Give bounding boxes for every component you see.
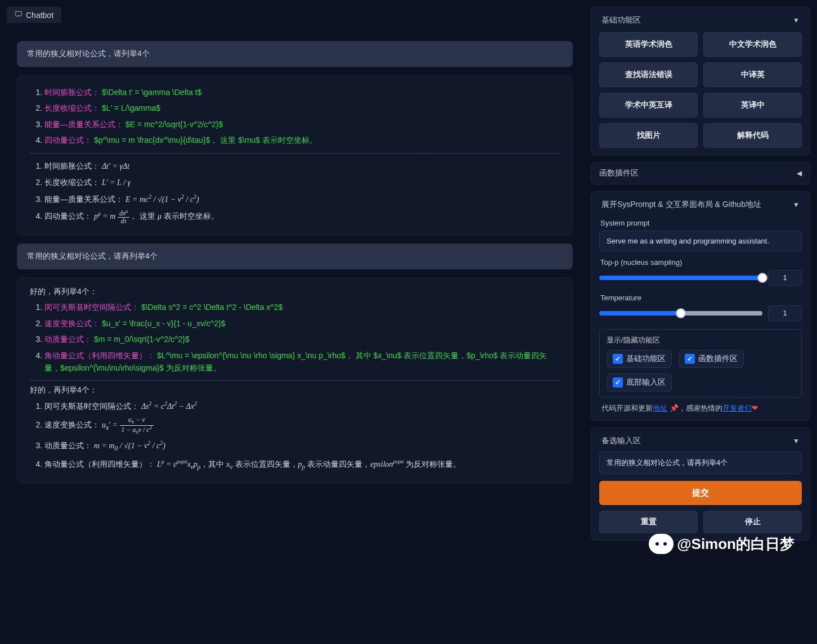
list-item: 长度收缩公式： L' = L / γ bbox=[44, 174, 560, 191]
checkbox-label: 基础功能区 bbox=[626, 354, 666, 364]
panel-title: 函数插件区 bbox=[599, 168, 639, 178]
chat-body: 常用的狭义相对论公式，请列举4个 时间膨胀公式： $\Delta t' = \g… bbox=[7, 23, 583, 637]
bot-message: 时间膨胀公式： $\Delta t' = \gamma \Delta t$ 长度… bbox=[17, 75, 573, 236]
devs-link[interactable]: 开发者们 bbox=[722, 404, 752, 412]
tab-bar: Chatbot bbox=[7, 7, 583, 23]
func-btn-zh-en[interactable]: 中译英 bbox=[703, 62, 802, 87]
checkbox-icon bbox=[613, 377, 623, 388]
list-item: 能量—质量关系公式： E = mc2 / √(1 − v2 / c2) bbox=[44, 191, 560, 208]
plugins-panel-header[interactable]: 函数插件区 ◀ bbox=[591, 163, 810, 184]
chevron-down-icon: ▼ bbox=[793, 201, 800, 209]
alt-input[interactable]: 常用的狭义相对论公式，请再列举4个 bbox=[599, 452, 802, 474]
user-message: 常用的狭义相对论公式，请列举4个 bbox=[17, 41, 573, 67]
toggle-label: 显示/隐藏功能区 bbox=[607, 335, 794, 345]
repo-link[interactable]: 地址 bbox=[653, 404, 667, 412]
svg-rect-0 bbox=[16, 11, 22, 16]
temp-value[interactable]: 1 bbox=[768, 305, 802, 321]
bot-rendered-list: 时间膨胀公式： Δt' = γΔt 长度收缩公式： L' = L / γ 能量—… bbox=[30, 158, 560, 227]
user-text: 常用的狭义相对论公式，请列举4个 bbox=[27, 49, 150, 58]
advanced-panel: 展开SysPrompt & 交互界面布局 & Github地址 ▼ System… bbox=[591, 191, 810, 421]
list-item: 动质量公式： $m = m_0/\sqrt{1-v^2/c^2}$ bbox=[44, 331, 560, 347]
checkbox-label: 底部输入区 bbox=[626, 377, 666, 388]
list-item: 动质量公式： m = m0 / √(1 − v2 / c2) bbox=[44, 437, 560, 456]
func-btn-en-polish[interactable]: 英语学术润色 bbox=[599, 32, 698, 57]
list-item: 角动量公式（利用四维矢量）： $L^\mu = \epsilon^{\mu \n… bbox=[44, 348, 560, 376]
submit-button[interactable]: 提交 bbox=[599, 481, 802, 505]
topp-label: Top-p (nucleus sampling) bbox=[600, 258, 801, 267]
list-item: 角动量公式（利用四维矢量）： Lμ = εμνρσxνpρ，其中 xν 表示位置… bbox=[44, 456, 560, 474]
user-message: 常用的狭义相对论公式，请再列举4个 bbox=[17, 244, 573, 269]
bot-rendered-list: 闵可夫斯基时空间隔公式： Δs2 = c2Δt2 − Δx2 速度变换公式： u… bbox=[30, 398, 560, 474]
checkbox-plugin[interactable]: 函数插件区 bbox=[679, 350, 744, 368]
panel-title: 展开SysPrompt & 交互界面布局 & Github地址 bbox=[601, 200, 761, 210]
chat-icon bbox=[15, 10, 23, 20]
tab-label: Chatbot bbox=[26, 11, 53, 20]
bot-raw-list: 时间膨胀公式： $\Delta t' = \gamma \Delta t$ 长度… bbox=[30, 84, 560, 148]
user-text: 常用的狭义相对论公式，请再列举4个 bbox=[27, 251, 158, 260]
panel-title: 备选输入区 bbox=[601, 436, 641, 446]
panel-title: 基础功能区 bbox=[601, 15, 641, 25]
func-btn-find-image[interactable]: 找图片 bbox=[599, 123, 698, 148]
bot-intro: 好的，再列举4个： bbox=[30, 385, 560, 395]
bot-intro: 好的，再列举4个： bbox=[30, 287, 560, 297]
func-btn-zh-polish[interactable]: 中文学术润色 bbox=[703, 32, 802, 57]
chevron-down-icon: ▼ bbox=[793, 16, 800, 24]
func-btn-academic-trans[interactable]: 学术中英互译 bbox=[599, 93, 698, 118]
system-prompt-input[interactable]: Serve me as a writing and programming as… bbox=[599, 231, 802, 251]
checkbox-bottom-input[interactable]: 底部输入区 bbox=[607, 373, 672, 391]
chat-column: Chatbot 常用的狭义相对论公式，请列举4个 时间膨胀公式： $\Delta… bbox=[7, 7, 583, 637]
basic-panel-header[interactable]: 基础功能区 ▼ bbox=[599, 14, 802, 31]
advanced-panel-header[interactable]: 展开SysPrompt & 交互界面布局 & Github地址 ▼ bbox=[599, 199, 802, 215]
sidebar: 基础功能区 ▼ 英语学术润色 中文学术润色 查找语法错误 中译英 学术中英互译 … bbox=[591, 7, 810, 637]
checkbox-icon bbox=[685, 354, 695, 364]
system-prompt-label: System prompt bbox=[600, 219, 801, 227]
temp-slider[interactable] bbox=[599, 311, 762, 316]
pin-icon: 📌 bbox=[670, 404, 679, 412]
chevron-down-icon: ▼ bbox=[793, 437, 800, 445]
basic-buttons: 英语学术润色 中文学术润色 查找语法错误 中译英 学术中英互译 英译中 找图片 … bbox=[599, 31, 802, 148]
divider bbox=[30, 153, 560, 154]
stop-button[interactable]: 停止 bbox=[703, 511, 802, 533]
credits-line: 代码开源和更新地址 📌，感谢热情的开发者们❤ bbox=[599, 403, 802, 413]
list-item: 四动量公式： pμ = m dxμdτ， 这里 μ 表示时空坐标。 bbox=[44, 208, 560, 226]
list-item: 速度变换公式： ux' = ux − v1 − uxv / c2 bbox=[44, 415, 560, 437]
toggle-group: 显示/隐藏功能区 基础功能区 函数插件区 底部输入区 bbox=[599, 329, 802, 398]
temp-label: Temperature bbox=[600, 294, 801, 302]
topp-value[interactable]: 1 bbox=[768, 270, 802, 286]
func-btn-explain-code[interactable]: 解释代码 bbox=[703, 123, 802, 148]
list-item: 时间膨胀公式： $\Delta t' = \gamma \Delta t$ bbox=[44, 84, 560, 100]
basic-panel: 基础功能区 ▼ 英语学术润色 中文学术润色 查找语法错误 中译英 学术中英互译 … bbox=[591, 7, 810, 155]
divider bbox=[30, 380, 560, 381]
chatbot-tab[interactable]: Chatbot bbox=[7, 7, 61, 23]
list-item: 能量—质量关系公式： $E = mc^2/\sqrt{1-v^2/c^2}$ bbox=[44, 116, 560, 132]
checkbox-icon bbox=[613, 354, 623, 364]
checkbox-label: 函数插件区 bbox=[698, 354, 738, 364]
plugins-panel: 函数插件区 ◀ bbox=[591, 162, 810, 184]
reset-button[interactable]: 重置 bbox=[599, 511, 698, 533]
checkbox-basic[interactable]: 基础功能区 bbox=[607, 350, 672, 368]
list-item: 时间膨胀公式： Δt' = γΔt bbox=[44, 158, 560, 174]
input-panel-header[interactable]: 备选输入区 ▼ bbox=[599, 435, 802, 452]
input-panel: 备选输入区 ▼ 常用的狭义相对论公式，请再列举4个 提交 重置 停止 bbox=[591, 427, 810, 541]
func-btn-grammar[interactable]: 查找语法错误 bbox=[599, 62, 698, 87]
topp-slider[interactable] bbox=[599, 276, 762, 280]
slider-thumb[interactable] bbox=[757, 273, 767, 283]
func-btn-en-zh[interactable]: 英译中 bbox=[703, 93, 802, 118]
list-item: 速度变换公式： $u_x' = \frac{u_x - v}{1 - u_xv/… bbox=[44, 316, 560, 331]
slider-thumb[interactable] bbox=[676, 308, 686, 318]
list-item: 长度收缩公式： $L' = L/\gamma$ bbox=[44, 100, 560, 116]
bot-message: 好的，再列举4个： 闵可夫斯基时空间隔公式： $\Delta s^2 = c^2… bbox=[17, 277, 573, 484]
list-item: 闵可夫斯基时空间隔公式： Δs2 = c2Δt2 − Δx2 bbox=[44, 398, 560, 415]
list-item: 闵可夫斯基时空间隔公式： $\Delta s^2 = c^2 \Delta t^… bbox=[44, 299, 560, 315]
list-item: 四动量公式： $p^\mu = m \frac{dx^\mu}{d\tau}$，… bbox=[44, 132, 560, 148]
bot-raw-list: 闵可夫斯基时空间隔公式： $\Delta s^2 = c^2 \Delta t^… bbox=[30, 299, 560, 376]
chevron-left-icon: ◀ bbox=[797, 169, 802, 177]
heart-icon: ❤ bbox=[752, 404, 758, 412]
